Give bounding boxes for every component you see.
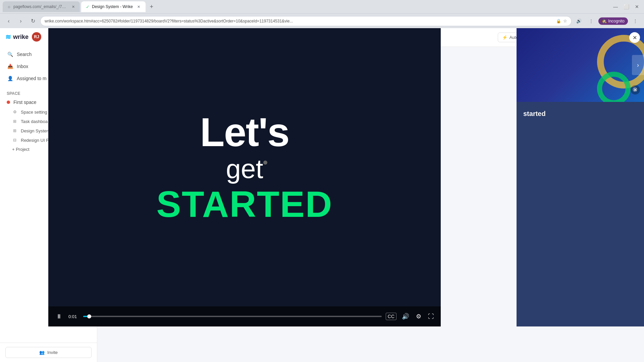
- tab-title-1: pageflows.com/_emails/_/7fb5d...: [13, 4, 67, 9]
- tab-favicon-1: ○: [7, 4, 11, 9]
- invite-button[interactable]: 👥 Invite: [5, 347, 92, 358]
- panel-close-button[interactable]: ✕: [629, 32, 640, 43]
- tab-active[interactable]: ✓ Design System - Wrike ✕: [81, 1, 146, 12]
- video-progress-bar[interactable]: [83, 316, 382, 317]
- tab-bar-right: — ⬜ ✕: [611, 2, 641, 11]
- more-menu-button[interactable]: ⋮: [631, 16, 640, 26]
- incognito-icon: 🕵: [602, 19, 607, 23]
- space-dot-icon: [7, 101, 10, 104]
- app-container: ≋ wrike RJ ‹ 🔍 Search 📥 Inbox 👤 Assigned…: [0, 28, 644, 362]
- assigned-icon: 👤: [7, 75, 13, 82]
- video-time: 0:01: [68, 314, 79, 319]
- extension-icon-1[interactable]: 🔊: [574, 16, 584, 26]
- tab-close-2[interactable]: ✕: [136, 4, 142, 9]
- url-bar[interactable]: wrike.com/workspace.htm#acc=6250782#fold…: [40, 16, 572, 26]
- automation-icon: ⚡: [502, 35, 507, 40]
- video-started-text: STARTED: [156, 186, 332, 223]
- tab-bar: ○ pageflows.com/_emails/_/7fb5d... ✕ ✓ D…: [0, 0, 644, 13]
- add-project-label: + Project: [12, 147, 30, 152]
- sidebar-item-assigned-label: Assigned to m: [17, 76, 47, 81]
- panel-next-button[interactable]: ›: [632, 55, 644, 75]
- search-icon: 🔍: [7, 51, 13, 58]
- video-lets-text: Let's: [200, 112, 289, 152]
- wrike-logo-icon: ≋: [5, 33, 11, 41]
- video-content: Let's get STARTED: [48, 28, 441, 306]
- sidebar-footer: 👥 Invite: [0, 343, 97, 362]
- browser-chrome: ○ pageflows.com/_emails/_/7fb5d... ✕ ✓ D…: [0, 0, 644, 28]
- maximize-button[interactable]: ⬜: [622, 2, 631, 11]
- cc-button[interactable]: CC: [386, 313, 396, 320]
- incognito-label: Incognito: [608, 19, 625, 23]
- invite-label: Invite: [47, 350, 58, 355]
- invite-icon: 👥: [39, 350, 45, 355]
- settings-button[interactable]: ⚙: [415, 311, 423, 321]
- panel-close2-button[interactable]: ✕: [631, 85, 640, 95]
- address-bar: ‹ › ↻ wrike.com/workspace.htm#acc=625078…: [0, 13, 644, 28]
- bookmark-icon[interactable]: ☆: [563, 18, 567, 23]
- lock-icon: 🔒: [556, 19, 561, 23]
- close-window-button[interactable]: ✕: [633, 2, 641, 11]
- video-overlay: Let's get STARTED ⏸ 0:01 CC 🔊 ⚙ ⛶: [48, 28, 441, 326]
- new-tab-button[interactable]: +: [147, 2, 156, 11]
- wrike-logo: ≋ wrike: [5, 33, 29, 41]
- avatar: RJ: [32, 32, 41, 42]
- pause-button[interactable]: ⏸: [54, 311, 64, 322]
- tab-inactive[interactable]: ○ pageflows.com/_emails/_/7fb5d... ✕: [3, 1, 80, 12]
- tab-close-1[interactable]: ✕: [70, 4, 76, 9]
- dashboard-icon: ⊞: [12, 119, 17, 124]
- refresh-button[interactable]: ↻: [28, 16, 38, 26]
- folder-icon: ⊞: [12, 128, 17, 133]
- url-icons: 🔒 ☆: [556, 18, 567, 23]
- panel-content: started: [517, 102, 644, 123]
- panel-thumbnail: ›: [517, 28, 644, 102]
- fullscreen-button[interactable]: ⛶: [427, 312, 435, 321]
- forward-button[interactable]: ›: [16, 16, 25, 26]
- incognito-button[interactable]: 🕵 Incognito: [598, 17, 628, 25]
- sidebar-item-redesign-ui-label: Redesign UI F: [21, 138, 49, 143]
- extension-icon-2[interactable]: ⋮: [586, 16, 596, 26]
- url-text: wrike.com/workspace.htm#acc=6250782#fold…: [45, 19, 556, 23]
- panel-get-started-label: started: [523, 110, 637, 118]
- back-button[interactable]: ‹: [4, 16, 13, 26]
- sidebar-item-inbox-label: Inbox: [17, 64, 28, 69]
- list-icon: ⊟: [12, 137, 17, 143]
- settings-icon: ⚙: [12, 109, 17, 115]
- tab-favicon-2: ✓: [85, 4, 90, 9]
- inbox-icon: 📥: [7, 63, 13, 70]
- sidebar-item-space-settings-label: Space setting: [21, 110, 47, 115]
- minimize-button[interactable]: —: [611, 2, 620, 11]
- sidebar-item-search-label: Search: [17, 52, 32, 57]
- sidebar-item-design-system-label: Design Systen: [21, 128, 49, 133]
- video-get-text: get: [226, 156, 263, 182]
- sidebar-item-first-space-label: First space: [13, 100, 36, 105]
- tab-title-2: Design System - Wrike: [92, 4, 133, 9]
- sidebar-item-task-dashboard-label: Task dashboa: [21, 119, 48, 124]
- volume-button[interactable]: 🔊: [400, 311, 411, 321]
- video-controls: ⏸ 0:01 CC 🔊 ⚙ ⛶: [48, 306, 441, 326]
- wrike-logo-text: wrike: [13, 34, 29, 41]
- right-panel: ✕ ✕ › started: [517, 28, 644, 326]
- video-progress-thumb: [87, 314, 91, 318]
- thumbnail-decoration-2: [597, 72, 631, 102]
